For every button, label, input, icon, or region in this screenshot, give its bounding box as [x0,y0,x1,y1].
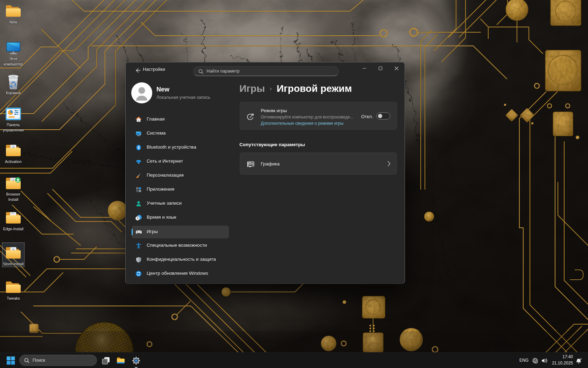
svg-text:z: z [580,357,582,360]
